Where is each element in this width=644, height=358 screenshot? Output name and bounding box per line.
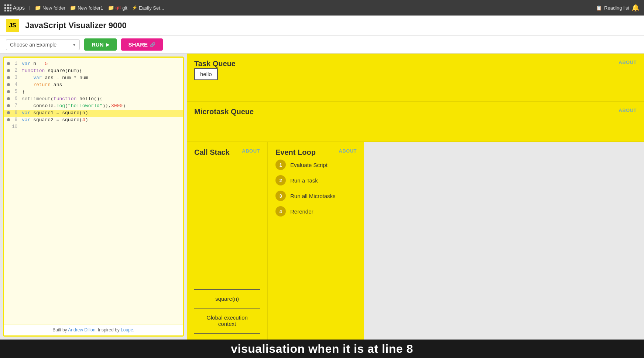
bottom-row: Call Stack ABOUT square(n) Global execut… xyxy=(187,142,644,340)
breakpoint-1[interactable] xyxy=(7,62,10,65)
code-line-1: 1 var n = 5 xyxy=(4,61,183,68)
easy-item[interactable]: ⚡ Easily Set... xyxy=(132,5,164,11)
stack-frame-0: square(n) xyxy=(194,289,260,308)
breakpoint-5[interactable] xyxy=(7,90,10,93)
folder-icon-1: 📁 xyxy=(35,5,41,11)
gutter-3: 3 xyxy=(7,75,22,80)
separator-1: | xyxy=(29,5,30,10)
step-label-2: Run a Task xyxy=(290,177,318,184)
event-loop-step-2: 2 Run a Task xyxy=(275,175,357,185)
step-label-4: Rerender xyxy=(290,208,314,215)
caption-text: visualisation when it is at line 8 xyxy=(231,342,413,356)
breakpoint-2[interactable] xyxy=(7,69,10,72)
git-item[interactable]: 📁 git git xyxy=(108,5,127,11)
share-button[interactable]: SHARE xyxy=(121,38,163,51)
git-icon: git xyxy=(116,5,121,10)
example-select[interactable]: Choose an Example xyxy=(6,39,80,50)
gutter-1: 1 xyxy=(7,61,22,66)
line-content-3: var ans = num * num xyxy=(22,75,180,81)
line-content-5: } xyxy=(22,89,180,95)
gutter-2: 2 xyxy=(7,68,22,73)
event-loop-panel: Event Loop ABOUT 1 Evaluate Script 2 Run… xyxy=(268,142,364,340)
notification-icon: 🔔 xyxy=(631,4,640,12)
easy-label: Easily Set... xyxy=(139,5,164,11)
task-queue-title: Task Queue xyxy=(194,59,236,68)
event-loop-step-4: 4 Rerender xyxy=(275,206,357,216)
reading-list[interactable]: 📋 Reading list 🔔 xyxy=(596,4,640,12)
event-loop-about[interactable]: ABOUT xyxy=(339,148,357,154)
run-button[interactable]: RUN xyxy=(84,38,117,51)
inspired-text: . Inspired by xyxy=(95,327,121,333)
breakpoint-3[interactable] xyxy=(7,76,10,79)
line-content-8: var square1 = square(n) xyxy=(22,110,180,116)
microtask-queue-title: Microtask Queue xyxy=(194,108,254,116)
app-header: JS JavaScript Visualizer 9000 xyxy=(0,16,644,36)
breakpoint-7[interactable] xyxy=(7,104,10,107)
code-panel: 1 var n = 5 2 function square(num){ 3 va… xyxy=(3,57,184,337)
line-content-7: console.log("helloworld")},3000) xyxy=(22,103,180,109)
gutter-4: 4 xyxy=(7,82,22,87)
example-select-wrapper[interactable]: Choose an Example xyxy=(6,39,80,50)
task-queue-panel: Task Queue ABOUT hello xyxy=(187,54,644,102)
gutter-8: 8 xyxy=(7,110,22,115)
bottom-caption: visualisation when it is at line 8 xyxy=(0,340,644,358)
task-queue-about[interactable]: ABOUT xyxy=(619,59,637,65)
folder-icon-3: 📁 xyxy=(108,5,114,11)
apps-label[interactable]: Apps xyxy=(13,5,25,11)
line-content-9: var square2 = square(4) xyxy=(22,117,180,123)
step-num-3: 3 xyxy=(275,191,286,201)
call-stack-items: square(n) Global execution context xyxy=(194,161,260,334)
step-label-3: Run all Microtasks xyxy=(290,193,336,199)
event-loop-step-3: 3 Run all Microtasks xyxy=(275,191,357,201)
main-layout: 1 var n = 5 2 function square(num){ 3 va… xyxy=(0,54,644,340)
breakpoint-9[interactable] xyxy=(7,118,10,121)
author-link[interactable]: Andrew Dillon xyxy=(68,327,95,333)
code-line-9: 9 var square2 = square(4) xyxy=(4,117,183,124)
folder-2-label: New folder1 xyxy=(78,5,103,11)
code-editor[interactable]: 1 var n = 5 2 function square(num){ 3 va… xyxy=(4,58,183,324)
gutter-6: 6 xyxy=(7,96,22,101)
breakpoint-4[interactable] xyxy=(7,83,10,86)
code-line-3: 3 var ans = num * num xyxy=(4,75,183,82)
git-label: git xyxy=(122,5,127,11)
code-line-5: 5 } xyxy=(4,89,183,96)
step-num-2: 2 xyxy=(275,175,286,185)
line-content-2: function square(num){ xyxy=(22,68,180,74)
code-line-8: 8 var square1 = square(n) xyxy=(4,110,183,117)
stack-frame-1: Global execution context xyxy=(194,308,260,334)
js-logo: JS xyxy=(6,19,19,32)
code-line-2: 2 function square(num){ xyxy=(4,68,183,75)
gutter-9: 9 xyxy=(7,117,22,122)
loupe-link[interactable]: Loupe xyxy=(121,327,133,333)
app-title: JavaScript Visualizer 9000 xyxy=(25,21,127,30)
gutter-5: 5 xyxy=(7,89,22,94)
step-num-4: 4 xyxy=(275,206,286,216)
call-stack-about[interactable]: ABOUT xyxy=(242,148,260,154)
microtask-queue-panel: Microtask Queue ABOUT xyxy=(187,102,644,142)
event-loop-title: Event Loop xyxy=(275,148,316,156)
gutter-7: 7 xyxy=(7,103,22,108)
line-content-4: return ans xyxy=(22,82,180,88)
event-loop-step-1: 1 Evaluate Script xyxy=(275,160,357,170)
browser-bar: Apps | 📁 New folder 📁 New folder1 📁 git … xyxy=(0,0,644,16)
task-queue-items: hello xyxy=(194,68,637,80)
folder-2[interactable]: 📁 New folder1 xyxy=(70,5,103,11)
gutter-10: 10 xyxy=(7,124,22,129)
footer-end: . xyxy=(133,327,134,333)
reading-list-label: Reading list xyxy=(604,5,629,11)
folder-icon-2: 📁 xyxy=(70,5,76,11)
folder-1[interactable]: 📁 New folder xyxy=(35,5,65,11)
line-content-1: var n = 5 xyxy=(22,61,180,67)
code-line-10: 10 xyxy=(4,124,183,131)
breakpoint-8[interactable] xyxy=(7,111,10,114)
step-num-1: 1 xyxy=(275,160,286,170)
reading-list-icon: 📋 xyxy=(596,5,602,11)
line-content-6: setTimeout(function hello(){ xyxy=(22,96,180,102)
breakpoint-10[interactable] xyxy=(7,125,10,128)
code-line-4: 4 return ans xyxy=(4,82,183,89)
footer-text: Built by xyxy=(52,327,68,333)
code-line-6: 6 setTimeout(function hello(){ xyxy=(4,96,183,103)
right-panels: Task Queue ABOUT hello Microtask Queue A… xyxy=(187,54,644,340)
microtask-queue-about[interactable]: ABOUT xyxy=(619,108,637,113)
breakpoint-6[interactable] xyxy=(7,97,10,100)
